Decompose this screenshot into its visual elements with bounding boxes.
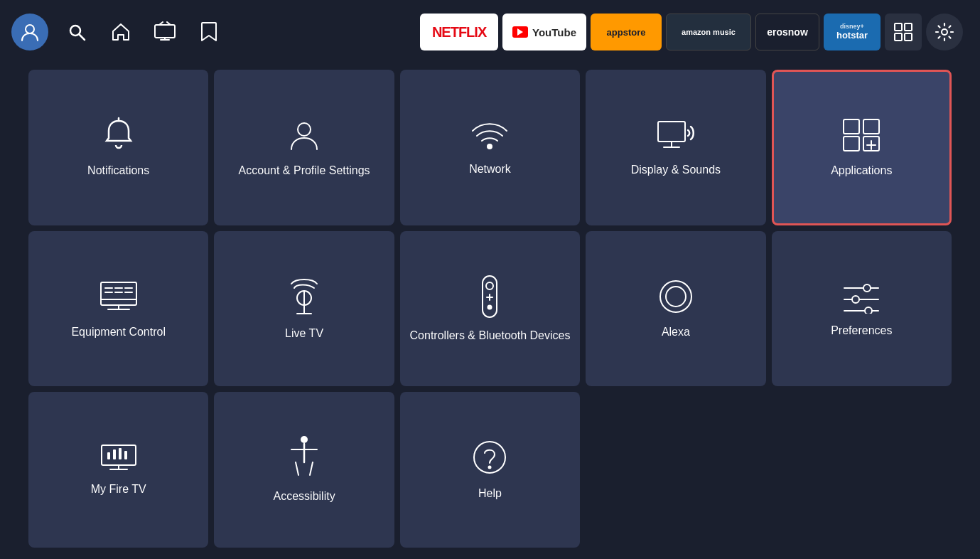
svg-rect-59: [124, 451, 127, 459]
svg-rect-26: [101, 282, 136, 305]
antenna-icon: [286, 277, 323, 316]
svg-rect-58: [119, 448, 122, 459]
help-label: Help: [478, 486, 502, 501]
accessibility-icon: [286, 435, 323, 479]
hotstar-logo: disney+ hotstar: [836, 23, 868, 41]
equipment-control-label: Equipment Control: [71, 325, 166, 340]
svg-point-45: [660, 281, 691, 312]
svg-rect-56: [107, 452, 110, 459]
app-shortcuts: NETFLIX YouTube appstore amazon music er…: [420, 14, 963, 50]
network-label: Network: [469, 162, 511, 177]
preferences-label: Preferences: [831, 324, 892, 339]
home-icon[interactable]: [105, 16, 136, 48]
amazon-music-button[interactable]: amazon music: [666, 14, 751, 50]
my-fire-tv-label: My Fire TV: [91, 482, 146, 497]
svg-point-64: [488, 466, 492, 469]
svg-rect-22: [844, 137, 859, 151]
svg-line-2: [80, 35, 85, 41]
settings-grid: Notifications Account & Profile Settings…: [0, 64, 980, 559]
tile-preferences[interactable]: Preferences: [772, 231, 952, 387]
youtube-play-icon: [512, 26, 528, 38]
tile-help[interactable]: Help: [400, 392, 580, 548]
netflix-label: NETFLIX: [432, 24, 486, 41]
svg-rect-8: [895, 23, 902, 31]
controllers-bluetooth-label: Controllers & Bluetooth Devices: [410, 329, 571, 344]
svg-point-48: [863, 284, 871, 292]
svg-point-15: [298, 123, 311, 136]
fire-tv-icon: [99, 442, 139, 472]
account-profile-label: Account & Profile Settings: [239, 164, 370, 179]
svg-rect-10: [895, 33, 902, 41]
tile-my-fire-tv[interactable]: My Fire TV: [28, 392, 208, 548]
tv-icon[interactable]: [149, 16, 181, 48]
netflix-button[interactable]: NETFLIX: [420, 14, 498, 50]
top-bar: NETFLIX YouTube appstore amazon music er…: [0, 0, 980, 64]
tile-display-sounds[interactable]: Display & Sounds: [586, 70, 765, 225]
svg-rect-9: [905, 23, 912, 31]
monitor-sound-icon: [655, 117, 696, 153]
monitor-icon: [98, 278, 139, 315]
settings-button[interactable]: [926, 14, 963, 50]
svg-rect-57: [113, 449, 116, 459]
live-tv-label: Live TV: [285, 326, 323, 341]
search-icon[interactable]: [61, 16, 92, 48]
sliders-icon: [841, 280, 881, 314]
hotstar-button[interactable]: disney+ hotstar: [824, 14, 881, 50]
svg-point-44: [488, 305, 492, 309]
accessibility-label: Accessibility: [274, 489, 335, 504]
remote-icon: [477, 275, 502, 319]
appstore-button[interactable]: appstore: [591, 14, 662, 50]
help-icon: [470, 438, 509, 477]
svg-point-16: [488, 144, 492, 149]
youtube-button[interactable]: YouTube: [502, 14, 586, 50]
erosnow-label: erosnow: [767, 26, 808, 38]
display-sounds-label: Display & Sounds: [631, 163, 721, 178]
bell-icon: [100, 117, 137, 154]
svg-point-52: [865, 307, 872, 314]
tile-controllers-bluetooth[interactable]: Controllers & Bluetooth Devices: [400, 231, 580, 387]
amazon-music-label: amazon music: [682, 28, 736, 36]
svg-point-0: [26, 25, 34, 33]
alexa-label: Alexa: [662, 325, 690, 340]
applications-label: Applications: [831, 164, 892, 179]
tile-accessibility[interactable]: Accessibility: [214, 392, 394, 548]
svg-point-41: [486, 282, 493, 289]
erosnow-button[interactable]: erosnow: [755, 14, 819, 50]
svg-point-60: [301, 436, 308, 443]
grid-plus-button[interactable]: [885, 14, 922, 50]
svg-point-50: [852, 296, 859, 303]
svg-rect-20: [844, 119, 859, 134]
svg-rect-3: [155, 25, 175, 38]
wifi-icon: [470, 118, 510, 152]
tile-live-tv[interactable]: Live TV: [214, 231, 394, 387]
tile-network[interactable]: Network: [400, 70, 580, 225]
person-icon: [286, 117, 323, 154]
youtube-label: YouTube: [532, 26, 576, 38]
nav-icons: [11, 14, 225, 50]
svg-point-13: [942, 29, 947, 35]
tile-account-profile[interactable]: Account & Profile Settings: [214, 70, 394, 225]
tile-applications[interactable]: Applications: [772, 70, 952, 225]
avatar-icon[interactable]: [11, 14, 48, 50]
svg-rect-17: [658, 122, 685, 142]
bookmark-icon[interactable]: [193, 16, 225, 48]
tile-alexa[interactable]: Alexa: [586, 231, 765, 387]
svg-rect-21: [863, 119, 879, 134]
apps-icon: [841, 117, 882, 154]
tile-equipment-control[interactable]: Equipment Control: [28, 231, 208, 387]
svg-rect-11: [905, 33, 912, 41]
alexa-icon: [657, 278, 694, 315]
svg-point-46: [666, 287, 686, 307]
tile-notifications[interactable]: Notifications: [28, 70, 208, 225]
notifications-label: Notifications: [87, 164, 149, 179]
appstore-label: appstore: [607, 27, 646, 38]
